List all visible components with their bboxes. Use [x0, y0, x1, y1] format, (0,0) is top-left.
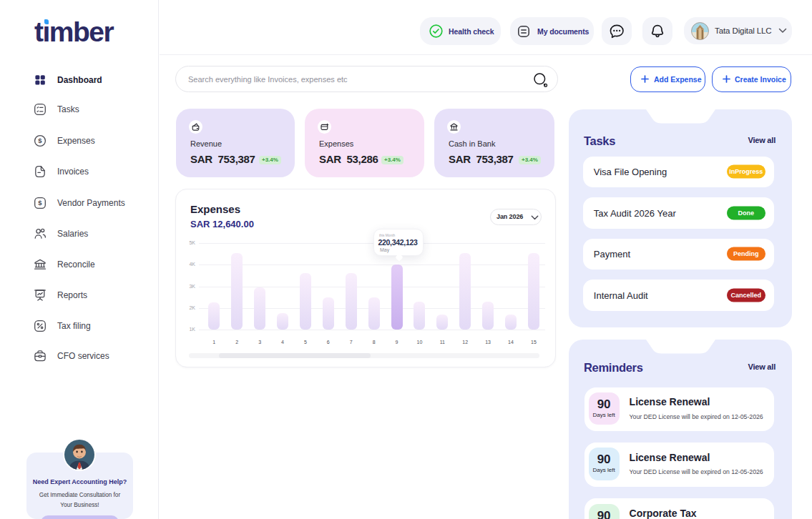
svg-text:$: $ [38, 199, 42, 207]
svg-text:$: $ [38, 137, 42, 144]
